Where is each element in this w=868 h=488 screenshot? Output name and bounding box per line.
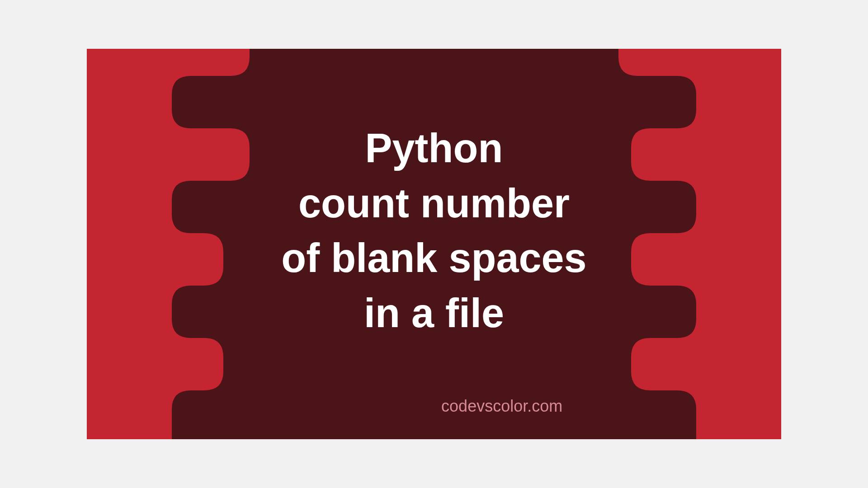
title-line-3: of blank spaces [281, 235, 586, 281]
title-line-4: in a file [364, 290, 504, 335]
title-line-2: count number [298, 180, 570, 225]
banner-container: Python count number of blank spaces in a… [87, 49, 781, 439]
title-line-1: Python [365, 126, 503, 171]
watermark-text: codevscolor.com [441, 397, 562, 416]
banner-title: Python count number of blank spaces in a… [87, 121, 781, 341]
